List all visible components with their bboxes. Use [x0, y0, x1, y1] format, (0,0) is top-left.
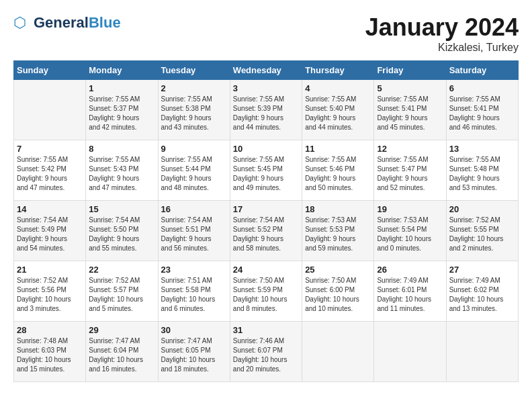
day-info: Sunrise: 7:55 AMSunset: 5:42 PMDaylight:… — [17, 155, 83, 193]
calendar-cell: 28Sunrise: 7:48 AMSunset: 6:03 PMDayligh… — [14, 322, 86, 382]
day-info: Sunrise: 7:55 AMSunset: 5:38 PMDaylight:… — [161, 95, 227, 132]
main-title: January 2024 — [365, 13, 519, 42]
day-number: 15 — [89, 204, 154, 214]
logo: ⬡ GeneralBlue — [13, 13, 121, 32]
calendar-cell — [302, 322, 374, 382]
calendar-cell: 7Sunrise: 7:55 AMSunset: 5:42 PMDaylight… — [14, 140, 86, 201]
calendar-cell: 3Sunrise: 7:55 AMSunset: 5:39 PMDaylight… — [230, 80, 302, 140]
day-info: Sunrise: 7:53 AMSunset: 5:53 PMDaylight:… — [305, 216, 371, 253]
calendar-cell: 9Sunrise: 7:55 AMSunset: 5:44 PMDaylight… — [158, 140, 230, 201]
header-day-friday: Friday — [374, 61, 446, 80]
day-info: Sunrise: 7:55 AMSunset: 5:43 PMDaylight:… — [89, 155, 154, 193]
calendar-cell: 31Sunrise: 7:46 AMSunset: 6:07 PMDayligh… — [230, 322, 302, 382]
calendar-cell: 12Sunrise: 7:55 AMSunset: 5:47 PMDayligh… — [374, 140, 446, 201]
day-number: 13 — [449, 144, 515, 154]
day-number: 3 — [233, 83, 299, 93]
day-info: Sunrise: 7:54 AMSunset: 5:52 PMDaylight:… — [233, 216, 299, 253]
calendar-cell: 22Sunrise: 7:52 AMSunset: 5:57 PMDayligh… — [86, 261, 158, 322]
day-info: Sunrise: 7:52 AMSunset: 5:57 PMDaylight:… — [89, 276, 154, 314]
day-number: 9 — [161, 144, 227, 154]
calendar-cell — [14, 80, 86, 140]
day-info: Sunrise: 7:55 AMSunset: 5:40 PMDaylight:… — [305, 95, 371, 132]
page-header: ⬡ GeneralBlue January 2024 Kizkalesi, Tu… — [13, 13, 519, 54]
day-info: Sunrise: 7:55 AMSunset: 5:48 PMDaylight:… — [449, 155, 515, 193]
calendar-cell: 21Sunrise: 7:52 AMSunset: 5:56 PMDayligh… — [14, 261, 86, 322]
day-number: 28 — [17, 325, 83, 335]
day-info: Sunrise: 7:54 AMSunset: 5:51 PMDaylight:… — [161, 216, 227, 253]
calendar-cell: 20Sunrise: 7:52 AMSunset: 5:55 PMDayligh… — [446, 201, 518, 261]
calendar-cell: 5Sunrise: 7:55 AMSunset: 5:41 PMDaylight… — [374, 80, 446, 140]
day-number: 22 — [89, 265, 154, 275]
day-info: Sunrise: 7:55 AMSunset: 5:44 PMDaylight:… — [161, 155, 227, 193]
day-number: 18 — [305, 204, 371, 214]
day-info: Sunrise: 7:49 AMSunset: 6:01 PMDaylight:… — [377, 276, 443, 314]
header-day-thursday: Thursday — [302, 61, 374, 80]
calendar-cell: 29Sunrise: 7:47 AMSunset: 6:04 PMDayligh… — [86, 322, 158, 382]
day-number: 31 — [233, 325, 299, 335]
day-number: 5 — [377, 83, 443, 93]
calendar-cell: 8Sunrise: 7:55 AMSunset: 5:43 PMDaylight… — [86, 140, 158, 201]
day-number: 11 — [305, 144, 371, 154]
day-number: 4 — [305, 83, 371, 93]
calendar-cell: 6Sunrise: 7:55 AMSunset: 5:41 PMDaylight… — [446, 80, 518, 140]
calendar-week-1: 1Sunrise: 7:55 AMSunset: 5:37 PMDaylight… — [14, 80, 519, 140]
day-info: Sunrise: 7:51 AMSunset: 5:58 PMDaylight:… — [161, 276, 227, 314]
calendar-cell: 27Sunrise: 7:49 AMSunset: 6:02 PMDayligh… — [446, 261, 518, 322]
day-info: Sunrise: 7:52 AMSunset: 5:56 PMDaylight:… — [17, 276, 83, 314]
calendar-week-2: 7Sunrise: 7:55 AMSunset: 5:42 PMDaylight… — [14, 140, 519, 201]
calendar-week-4: 21Sunrise: 7:52 AMSunset: 5:56 PMDayligh… — [14, 261, 519, 322]
calendar-cell: 2Sunrise: 7:55 AMSunset: 5:38 PMDaylight… — [158, 80, 230, 140]
day-number: 8 — [89, 144, 154, 154]
calendar-cell: 17Sunrise: 7:54 AMSunset: 5:52 PMDayligh… — [230, 201, 302, 261]
day-info: Sunrise: 7:55 AMSunset: 5:46 PMDaylight:… — [305, 155, 371, 193]
day-info: Sunrise: 7:47 AMSunset: 6:04 PMDaylight:… — [89, 336, 154, 374]
calendar-cell: 11Sunrise: 7:55 AMSunset: 5:46 PMDayligh… — [302, 140, 374, 201]
calendar-cell: 25Sunrise: 7:50 AMSunset: 6:00 PMDayligh… — [302, 261, 374, 322]
calendar-cell: 19Sunrise: 7:53 AMSunset: 5:54 PMDayligh… — [374, 201, 446, 261]
day-number: 26 — [377, 265, 443, 275]
day-number: 1 — [89, 83, 154, 93]
calendar-cell: 15Sunrise: 7:54 AMSunset: 5:50 PMDayligh… — [86, 201, 158, 261]
header-day-monday: Monday — [86, 61, 158, 80]
header-day-tuesday: Tuesday — [158, 61, 230, 80]
day-number: 17 — [233, 204, 299, 214]
day-info: Sunrise: 7:55 AMSunset: 5:47 PMDaylight:… — [377, 155, 443, 193]
day-info: Sunrise: 7:50 AMSunset: 6:00 PMDaylight:… — [305, 276, 371, 314]
day-number: 14 — [17, 204, 83, 214]
day-number: 23 — [161, 265, 227, 275]
logo-text: GeneralBlue — [34, 14, 121, 32]
calendar-cell: 23Sunrise: 7:51 AMSunset: 5:58 PMDayligh… — [158, 261, 230, 322]
calendar-table: SundayMondayTuesdayWednesdayThursdayFrid… — [13, 60, 519, 382]
calendar-cell: 18Sunrise: 7:53 AMSunset: 5:53 PMDayligh… — [302, 201, 374, 261]
day-info: Sunrise: 7:55 AMSunset: 5:41 PMDaylight:… — [449, 95, 515, 132]
calendar-cell: 10Sunrise: 7:55 AMSunset: 5:45 PMDayligh… — [230, 140, 302, 201]
day-info: Sunrise: 7:52 AMSunset: 5:55 PMDaylight:… — [449, 216, 515, 253]
day-info: Sunrise: 7:55 AMSunset: 5:39 PMDaylight:… — [233, 95, 299, 132]
calendar-week-5: 28Sunrise: 7:48 AMSunset: 6:03 PMDayligh… — [14, 322, 519, 382]
calendar-week-3: 14Sunrise: 7:54 AMSunset: 5:49 PMDayligh… — [14, 201, 519, 261]
day-number: 24 — [233, 265, 299, 275]
header-day-sunday: Sunday — [14, 61, 86, 80]
day-number: 12 — [377, 144, 443, 154]
calendar-cell: 13Sunrise: 7:55 AMSunset: 5:48 PMDayligh… — [446, 140, 518, 201]
calendar-cell: 24Sunrise: 7:50 AMSunset: 5:59 PMDayligh… — [230, 261, 302, 322]
day-info: Sunrise: 7:55 AMSunset: 5:45 PMDaylight:… — [233, 155, 299, 193]
day-info: Sunrise: 7:55 AMSunset: 5:37 PMDaylight:… — [89, 95, 154, 132]
logo-icon: ⬡ — [13, 13, 32, 32]
calendar-header-row: SundayMondayTuesdayWednesdayThursdayFrid… — [14, 61, 519, 80]
day-info: Sunrise: 7:48 AMSunset: 6:03 PMDaylight:… — [17, 336, 83, 374]
day-info: Sunrise: 7:47 AMSunset: 6:05 PMDaylight:… — [161, 336, 227, 374]
day-info: Sunrise: 7:54 AMSunset: 5:50 PMDaylight:… — [89, 216, 154, 253]
day-info: Sunrise: 7:50 AMSunset: 5:59 PMDaylight:… — [233, 276, 299, 314]
calendar-cell — [446, 322, 518, 382]
day-number: 7 — [17, 144, 83, 154]
day-number: 2 — [161, 83, 227, 93]
day-number: 30 — [161, 325, 227, 335]
day-number: 6 — [449, 83, 515, 93]
day-info: Sunrise: 7:46 AMSunset: 6:07 PMDaylight:… — [233, 336, 299, 374]
day-number: 10 — [233, 144, 299, 154]
subtitle: Kizkalesi, Turkey — [365, 42, 519, 54]
day-number: 25 — [305, 265, 371, 275]
day-number: 27 — [449, 265, 515, 275]
day-number: 19 — [377, 204, 443, 214]
